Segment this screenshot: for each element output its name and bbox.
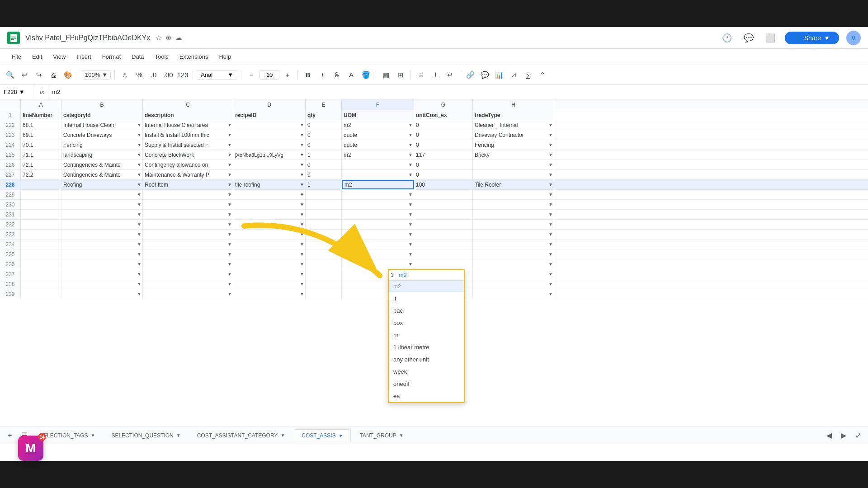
- cell-228-h[interactable]: Tile Roofer▼: [473, 180, 554, 189]
- cell-222-h[interactable]: Cleaner _ Internal▼: [473, 120, 554, 130]
- m-logo-container[interactable]: M 14: [18, 436, 43, 461]
- cell-222-g[interactable]: 0: [414, 120, 473, 130]
- redo-button[interactable]: ↪: [33, 69, 45, 81]
- col-header-c[interactable]: C: [143, 99, 233, 110]
- text-color-button[interactable]: A: [345, 69, 358, 81]
- percent-button[interactable]: %: [133, 69, 146, 81]
- cell-226-g[interactable]: 0: [414, 160, 473, 169]
- cell-1-g[interactable]: unitCost_ex: [414, 110, 473, 120]
- cell-225-d[interactable]: jXbNba3Lg1u...9LyVg▼: [233, 150, 306, 160]
- cell-226-e[interactable]: 0: [306, 160, 342, 169]
- dropdown-item-hr[interactable]: hr: [389, 329, 464, 341]
- wrap-button[interactable]: ↵: [443, 69, 456, 81]
- cell-222-e[interactable]: 0: [306, 120, 342, 130]
- cell-227-b[interactable]: Contingencies & Mainte▼: [61, 170, 143, 179]
- comments-icon[interactable]: 💬: [741, 31, 756, 45]
- collapse-button[interactable]: ⌃: [536, 69, 549, 81]
- chart-button[interactable]: 📊: [493, 69, 505, 81]
- user-avatar[interactable]: V: [846, 31, 861, 45]
- decimal-increase-button[interactable]: .00: [162, 69, 175, 81]
- sheet-tab-cost-assistant-category[interactable]: COST_ASSISTANT_CATEGORY ▼: [190, 430, 292, 441]
- cell-227-d[interactable]: ▼: [233, 170, 306, 179]
- align-button[interactable]: ≡: [415, 69, 427, 81]
- cell-223-b[interactable]: Concrete Driveways▼: [61, 130, 143, 140]
- cell-reference[interactable]: F228 ▼: [0, 85, 36, 99]
- cell-223-d[interactable]: ▼: [233, 130, 306, 140]
- merge-button[interactable]: ⊞: [394, 69, 407, 81]
- col-header-b[interactable]: B: [61, 99, 143, 110]
- cell-227-f[interactable]: ▼: [342, 170, 414, 179]
- cell-227-a[interactable]: 72.2: [21, 170, 61, 179]
- cell-223-f[interactable]: quote▼: [342, 130, 414, 140]
- col-header-g[interactable]: G: [414, 99, 473, 110]
- cell-226-a[interactable]: 72.1: [21, 160, 61, 169]
- menu-data[interactable]: Data: [127, 52, 148, 62]
- sheet-tab-dropdown-0[interactable]: ▼: [90, 433, 95, 438]
- col-header-f[interactable]: F: [342, 99, 414, 110]
- paint-format-button[interactable]: 🎨: [61, 69, 74, 81]
- comment-button[interactable]: 💬: [478, 69, 491, 81]
- print-button[interactable]: 🖨: [47, 69, 60, 81]
- menu-view[interactable]: View: [48, 52, 70, 62]
- sheet-tab-selection-question[interactable]: SELECTION_QUESTION ▼: [104, 430, 188, 441]
- cell-225-e[interactable]: 1: [306, 150, 342, 160]
- font-size-increase-button[interactable]: +: [281, 69, 294, 81]
- dropdown-item-linear-metre[interactable]: 1 linear metre: [389, 341, 464, 353]
- bold-button[interactable]: B: [302, 69, 314, 81]
- menu-insert[interactable]: Insert: [72, 52, 96, 62]
- sheet-tab-tant-group[interactable]: TANT_GROUP ▼: [353, 430, 411, 441]
- cell-223-h[interactable]: Driveway Contractor▼: [473, 130, 554, 140]
- cell-228-d[interactable]: tile roofing▼: [233, 180, 306, 189]
- menu-tools[interactable]: Tools: [150, 52, 173, 62]
- sheet-prev-button[interactable]: ◀: [823, 429, 835, 442]
- cell-228-e[interactable]: 1: [306, 180, 342, 189]
- strikethrough-button[interactable]: S̶: [330, 69, 343, 81]
- star-icon[interactable]: ☆: [156, 33, 162, 42]
- cell-1-f[interactable]: UOM: [342, 110, 414, 120]
- font-size-input[interactable]: 10: [259, 70, 279, 80]
- dropdown-item-ea[interactable]: ea: [389, 390, 464, 402]
- cell-222-d[interactable]: ▼: [233, 120, 306, 130]
- sheet-next-button[interactable]: ▶: [837, 429, 850, 442]
- menu-help[interactable]: Help: [214, 52, 236, 62]
- cell-1-h[interactable]: tradeType: [473, 110, 554, 120]
- cell-226-f[interactable]: ▼: [342, 160, 414, 169]
- cell-228-a[interactable]: [21, 180, 61, 189]
- cell-225-a[interactable]: 71.1: [21, 150, 61, 160]
- cell-223-a[interactable]: 69.1: [21, 130, 61, 140]
- present-icon[interactable]: ⬜: [763, 31, 778, 45]
- search-button[interactable]: 🔍: [4, 69, 16, 81]
- cell-226-b[interactable]: Contingencies & Mainte▼: [61, 160, 143, 169]
- cell-222-a[interactable]: 68.1: [21, 120, 61, 130]
- cell-227-g[interactable]: 0: [414, 170, 473, 179]
- cell-227-c[interactable]: Maintenance & Warranty P▼: [143, 170, 233, 179]
- col-header-h[interactable]: H: [473, 99, 554, 110]
- cell-1-a[interactable]: lineNumber: [21, 110, 61, 120]
- cell-224-d[interactable]: ▼: [233, 140, 306, 150]
- cell-1-e[interactable]: qty: [306, 110, 342, 120]
- cell-228-b[interactable]: Roofing▼: [61, 180, 143, 189]
- menu-edit[interactable]: Edit: [28, 52, 47, 62]
- location-icon[interactable]: ⊕: [165, 33, 171, 42]
- menu-extensions[interactable]: Extensions: [175, 52, 213, 62]
- function-button[interactable]: ∑: [522, 69, 534, 81]
- col-header-e[interactable]: E: [306, 99, 342, 110]
- cell-222-b[interactable]: Internal House Clean▼: [61, 120, 143, 130]
- cell-228-f[interactable]: m2: [342, 180, 414, 189]
- cell-228-g[interactable]: 100: [414, 180, 473, 189]
- cell-227-h[interactable]: ▼: [473, 170, 554, 179]
- dropdown-search-input[interactable]: [396, 270, 465, 280]
- dropdown-item-lt[interactable]: lt: [389, 292, 464, 305]
- cell-1-b[interactable]: categoryId: [61, 110, 143, 120]
- cell-222-c[interactable]: Internal House Clean area▼: [143, 120, 233, 130]
- dropdown-item-m2[interactable]: m2: [389, 281, 464, 292]
- share-button[interactable]: 👤 Share ▼: [785, 32, 839, 44]
- cell-224-e[interactable]: 0: [306, 140, 342, 150]
- history-icon[interactable]: 🕐: [720, 31, 734, 45]
- cell-224-g[interactable]: 0: [414, 140, 473, 150]
- link-button[interactable]: 🔗: [464, 69, 476, 81]
- undo-button[interactable]: ↩: [18, 69, 31, 81]
- cell-227-e[interactable]: 0: [306, 170, 342, 179]
- font-selector[interactable]: Arial ▼: [197, 70, 237, 80]
- filter-button[interactable]: ⊿: [507, 69, 520, 81]
